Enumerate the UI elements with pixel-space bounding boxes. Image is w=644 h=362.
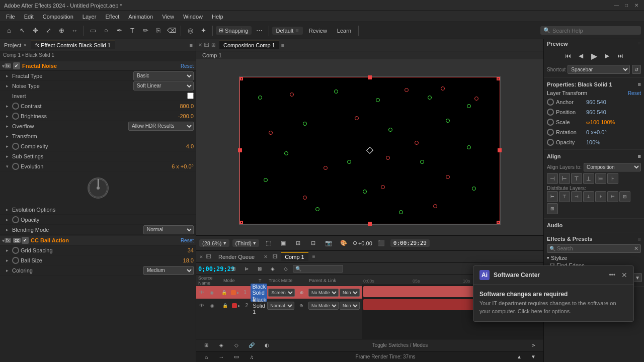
anchor-tool[interactable]: ⊕ xyxy=(55,25,67,37)
dist-bottom[interactable]: ⊨ xyxy=(607,191,618,202)
render-queue-close[interactable]: ✕ xyxy=(264,254,268,259)
complexity-expand[interactable]: ▸ xyxy=(6,144,12,149)
preview-play[interactable]: ▶ xyxy=(589,50,600,61)
comp1-tab-menu[interactable]: ≡ xyxy=(312,254,315,259)
overflow-select[interactable]: Allow HDR Results xyxy=(128,122,194,131)
layer-2-switch[interactable]: ⊕ xyxy=(295,300,307,312)
dist-7[interactable]: ⊟ xyxy=(619,191,630,202)
evolution-value[interactable]: 6 x +0.0° xyxy=(172,163,194,169)
layer-1-expand[interactable]: ▸ xyxy=(237,290,239,295)
fractal-enable[interactable]: ✔ xyxy=(13,62,20,69)
comp-tab-close[interactable]: ✕ xyxy=(198,42,202,48)
ruler-btn[interactable]: ⊟ xyxy=(307,237,319,249)
eraser-tool[interactable]: ⌫ xyxy=(166,25,178,37)
tab-project-close[interactable]: ✕ xyxy=(23,43,27,48)
timeline-key-btn[interactable]: ◇ xyxy=(280,263,292,275)
align-center-v[interactable]: ⊨ xyxy=(595,173,606,184)
evolution-expand[interactable]: ▾ xyxy=(6,164,12,169)
noise-type-expand[interactable]: ▸ xyxy=(6,83,12,88)
exposure-value[interactable]: +0.00 xyxy=(358,240,372,246)
align-top[interactable]: ⊥ xyxy=(583,173,594,184)
align-left[interactable]: ⊣ xyxy=(547,173,558,184)
transform-group-expand[interactable]: ▸ xyxy=(6,134,12,139)
align-right[interactable]: ⊤ xyxy=(571,173,582,184)
preview-first-frame[interactable]: ⏮ xyxy=(562,50,574,61)
sc-sub-text[interactable]: Your IT department requires changes to t… xyxy=(479,300,627,315)
scale-value[interactable]: ∞100 100% xyxy=(586,119,615,125)
evolution-stopwatch[interactable] xyxy=(12,163,19,170)
maximize-button[interactable]: □ xyxy=(623,2,630,9)
region-interest-btn[interactable]: ⬚ xyxy=(262,237,274,249)
comp-tab-menu[interactable]: ≡ xyxy=(281,42,284,48)
handle-top[interactable] xyxy=(368,75,372,79)
status-media[interactable]: ▭ xyxy=(230,351,243,363)
align-center-h[interactable]: ⊢ xyxy=(559,173,570,184)
preview-next-frame[interactable]: ▶ xyxy=(602,50,613,61)
align-bottom[interactable]: ⊦ xyxy=(607,173,618,184)
grid-spacing-value[interactable]: 34 xyxy=(188,247,194,253)
preview-prev-frame[interactable]: ◀ xyxy=(576,50,587,61)
status-up-btn[interactable]: ▲ xyxy=(513,351,525,363)
handle-tl[interactable] xyxy=(240,77,243,80)
sub-settings-expand[interactable]: ▸ xyxy=(6,154,12,159)
dist-8[interactable]: ⊞ xyxy=(547,203,558,214)
layer-2-eye[interactable]: 👁 xyxy=(198,302,205,309)
comp-lock-icon[interactable]: ⊞ xyxy=(211,42,215,48)
pen-tool[interactable]: ✒ xyxy=(113,25,125,37)
layer-2-parent[interactable]: None xyxy=(340,302,360,310)
timeline-search-input[interactable] xyxy=(293,265,343,273)
toolbar-more-btn[interactable]: ⋯ xyxy=(254,25,266,37)
brightness-value[interactable]: -200.0 xyxy=(178,113,194,119)
menu-composition[interactable]: Composition xyxy=(39,13,77,21)
layer-1-lock[interactable]: 🔒 xyxy=(218,287,230,299)
fractal-type-expand[interactable]: ▸ xyxy=(6,73,12,78)
grid-btn[interactable]: ⊞ xyxy=(292,237,304,249)
anchor-icon[interactable] xyxy=(547,99,554,106)
timeline-layer-1[interactable]: 👁 ◉ 🔒 ▸ 1 Black Solid 1 Screen ⊕ No Matt… xyxy=(196,286,362,299)
menu-effect[interactable]: Effect xyxy=(101,13,123,21)
properties-menu-icon[interactable]: ≡ xyxy=(638,81,641,87)
dist-center-v[interactable]: ⊦ xyxy=(595,191,606,202)
ball-size-expand[interactable]: ▸ xyxy=(6,258,12,263)
timeline-keyframe-add[interactable]: ◇ xyxy=(230,339,243,351)
camera-tool[interactable]: ◎ xyxy=(184,25,196,37)
shortcut-reset-btn[interactable]: ↺ xyxy=(632,65,641,74)
menu-file[interactable]: File xyxy=(2,13,19,21)
orbit-tool[interactable]: ✥ xyxy=(29,25,41,37)
position-icon[interactable] xyxy=(547,109,554,116)
effects-clear-btn[interactable]: ✕ xyxy=(634,245,638,252)
layer-1-parent[interactable]: None xyxy=(340,289,360,297)
noise-type-select[interactable]: Soft Linear xyxy=(133,81,194,90)
timeline-layer-2[interactable]: 👁 ◉ 🔒 ▸ 2 Black Solid 1 Normal ⊕ No Matt… xyxy=(196,299,362,312)
move-tool[interactable]: ⤢ xyxy=(42,25,54,37)
ellipse-tool[interactable]: ○ xyxy=(100,25,112,37)
rect-tool[interactable]: ▭ xyxy=(87,25,99,37)
snapshot-btn[interactable]: 📷 xyxy=(323,237,335,249)
coloring-expand[interactable]: ▸ xyxy=(6,268,12,273)
fast-preview-btn[interactable]: ⬛ xyxy=(375,237,387,249)
grid-spacing-stopwatch[interactable] xyxy=(12,247,19,254)
overflow-expand[interactable]: ▸ xyxy=(6,124,12,129)
menu-animation[interactable]: Animation xyxy=(124,13,157,21)
light-tool[interactable]: ✦ xyxy=(197,25,209,37)
dist-left[interactable]: ⊢ xyxy=(547,191,558,202)
dist-right[interactable]: ⊣ xyxy=(571,191,582,202)
layer-2-mode[interactable]: Normal xyxy=(267,302,294,310)
paint-tool[interactable]: ✏ xyxy=(139,25,151,37)
rotation-icon[interactable] xyxy=(547,129,554,136)
stylize-group-header[interactable]: ▾ Stylize xyxy=(544,254,644,262)
minimize-button[interactable]: — xyxy=(613,2,620,9)
learn-btn[interactable]: Learn xyxy=(333,27,355,35)
evolution-dial[interactable] xyxy=(86,175,111,201)
select-tool[interactable]: ↖ xyxy=(16,25,28,37)
tab-render-queue[interactable]: Render Queue xyxy=(214,253,259,261)
timeline-expand-all[interactable]: ⊞ xyxy=(200,339,212,351)
snapping-toggle[interactable]: ⊞ Snapping xyxy=(216,26,252,35)
timeline-search-btn[interactable]: ⊳ xyxy=(240,263,253,275)
home-tool[interactable]: ⌂ xyxy=(3,25,15,37)
scale-tool[interactable]: ↔ xyxy=(68,25,80,37)
evolution-options-expand[interactable]: ▸ xyxy=(6,207,12,212)
tab-composition-comp1[interactable]: Composition Comp 1 xyxy=(219,41,279,49)
menu-help[interactable]: Help xyxy=(208,13,227,21)
timeline-add-layer[interactable]: ⊞ xyxy=(227,263,239,275)
